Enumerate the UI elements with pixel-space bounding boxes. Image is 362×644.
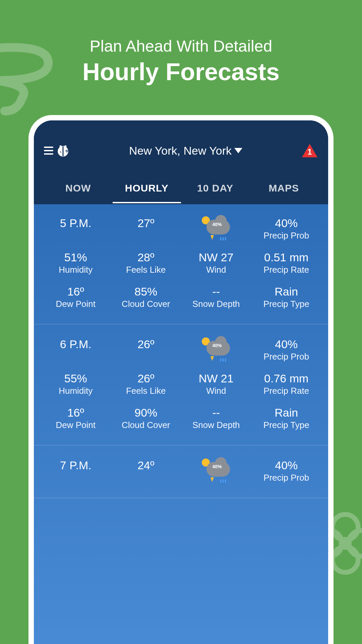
feels-like-value: 28º <box>111 251 181 264</box>
location-label: New York, New York <box>129 144 232 157</box>
hour-time: 6 P.M. <box>41 338 111 351</box>
snow-depth-label: Snow Depth <box>181 299 251 309</box>
dew-point-value: 16º <box>41 285 111 298</box>
alert-button[interactable]: 1 <box>301 143 318 158</box>
precip-rate-label: Precip Rate <box>251 386 322 396</box>
tab-hourly[interactable]: HOURLY <box>113 175 181 203</box>
weatherbug-logo-icon: ❄ <box>56 144 70 158</box>
hour-time: 7 P.M. <box>41 459 111 472</box>
svg-point-4 <box>339 537 352 550</box>
app-header: ❄ New York, New York 1 NOW <box>34 120 328 203</box>
hour-block[interactable]: 7 P.M. 24º 40% 40% Precip Prob <box>34 445 328 498</box>
humidity-value: 55% <box>41 372 111 385</box>
humidity-value: 51% <box>41 251 111 264</box>
thunderstorm-icon: 40% <box>201 338 231 362</box>
feels-like-label: Feels Like <box>111 265 181 275</box>
alert-count: 1 <box>307 147 312 157</box>
dew-point-label: Dew Point <box>41 420 111 430</box>
snow-depth-value: -- <box>181 406 251 419</box>
precip-prob-value: 40% <box>251 338 322 351</box>
cloud-cover-value: 90% <box>111 406 181 419</box>
location-selector[interactable]: New York, New York <box>129 144 242 157</box>
wind-value: NW 21 <box>181 372 251 385</box>
precip-rate-value: 0.51 mm <box>251 251 322 264</box>
hourly-list[interactable]: 5 P.M. 27º 40% 40% Precip Prob <box>34 203 328 498</box>
phone-frame: ❄ New York, New York 1 NOW <box>28 115 334 644</box>
dew-point-value: 16º <box>41 406 111 419</box>
wind-value: NW 27 <box>181 251 251 264</box>
tab-maps[interactable]: MAPS <box>250 175 318 203</box>
precip-prob-label: Precip Prob <box>251 352 322 362</box>
tornado-decor-icon <box>0 37 57 124</box>
dew-point-label: Dew Point <box>41 299 111 309</box>
precip-type-label: Precip Type <box>251 420 322 430</box>
precip-prob-value: 40% <box>251 217 322 230</box>
cloud-cover-label: Cloud Cover <box>111 420 181 430</box>
hour-block[interactable]: 6 P.M. 26º 40% 40% Precip Prob <box>34 324 328 445</box>
svg-point-0 <box>333 515 358 540</box>
precip-rate-label: Precip Rate <box>251 265 322 275</box>
precip-type-label: Precip Type <box>251 299 322 309</box>
precip-prob-value: 40% <box>251 459 322 472</box>
chevron-down-icon <box>234 148 242 153</box>
svg-point-3 <box>333 547 358 573</box>
svg-point-8 <box>60 145 62 147</box>
tabs: NOW HOURLY 10 DAY MAPS <box>44 175 318 203</box>
wind-label: Wind <box>181 386 251 396</box>
precip-type-value: Rain <box>251 285 322 298</box>
hamburger-icon <box>44 147 53 155</box>
hour-block[interactable]: 5 P.M. 27º 40% 40% Precip Prob <box>34 203 328 324</box>
humidity-label: Humidity <box>41 265 111 275</box>
precip-prob-label: Precip Prob <box>251 230 322 241</box>
humidity-label: Humidity <box>41 386 111 396</box>
hour-temp: 27º <box>111 217 181 230</box>
wind-label: Wind <box>181 265 251 275</box>
feels-like-value: 26º <box>111 372 181 385</box>
app-screen: ❄ New York, New York 1 NOW <box>34 120 328 644</box>
tab-10day[interactable]: 10 DAY <box>181 175 250 203</box>
thunderstorm-icon: 40% <box>201 459 231 483</box>
snow-depth-value: -- <box>181 285 251 298</box>
svg-text:❄: ❄ <box>65 149 69 154</box>
tab-now[interactable]: NOW <box>44 175 113 203</box>
menu-button[interactable]: ❄ <box>44 144 70 158</box>
hour-time: 5 P.M. <box>41 217 111 230</box>
svg-point-9 <box>64 145 66 147</box>
cloud-cover-value: 85% <box>111 285 181 298</box>
feels-like-label: Feels Like <box>111 386 181 396</box>
hour-temp: 26º <box>111 338 181 351</box>
thunderstorm-icon: 40% <box>201 217 231 240</box>
cloud-cover-label: Cloud Cover <box>111 299 181 309</box>
snow-depth-label: Snow Depth <box>181 420 251 430</box>
precip-prob-label: Precip Prob <box>251 473 322 483</box>
precip-rate-value: 0.76 mm <box>251 372 322 385</box>
precip-type-value: Rain <box>251 406 322 419</box>
hour-temp: 24º <box>111 459 181 472</box>
